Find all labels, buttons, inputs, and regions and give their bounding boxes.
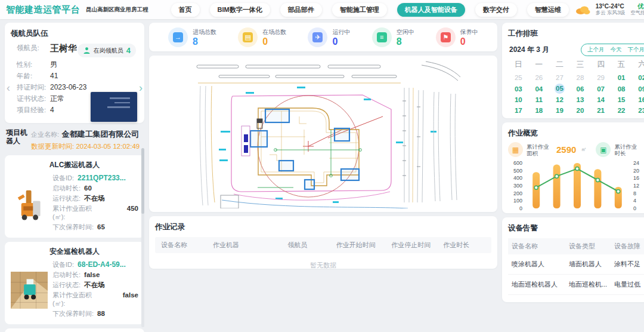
calendar-day-cell[interactable]: 14 bbox=[590, 94, 611, 104]
work-schedule-title: 工作排班 bbox=[508, 29, 644, 39]
nav-item-6[interactable]: 数字交付 bbox=[475, 3, 517, 17]
calendar-day-cell[interactable]: 13 bbox=[570, 94, 591, 104]
svg-text:8: 8 bbox=[633, 190, 636, 196]
company-info: 项目机器人 企业名称: 金都建工集团有限公司 数据更新时间: 2024-03-0… bbox=[5, 127, 144, 151]
prev-month-button[interactable]: 上个月 bbox=[587, 46, 605, 54]
data-update-time: 数据更新时间: 2024-03-05 12:02:49 bbox=[31, 142, 140, 151]
calendar-day-cell[interactable]: 21 bbox=[590, 104, 611, 115]
calendar-day-cell[interactable]: 26 bbox=[549, 115, 570, 118]
alarm-row: 喷涂机器人墙面机器人涂料不足20 bbox=[508, 254, 644, 275]
calendar-day-cell[interactable]: 08 bbox=[611, 82, 632, 94]
calendar-day-cell[interactable]: 30 bbox=[631, 115, 644, 118]
robot-field-label: 启动时长: bbox=[52, 270, 80, 279]
company-name-label: 企业名称: bbox=[31, 131, 59, 138]
stat-5: ⚑保养中0 bbox=[436, 27, 478, 47]
line-marker bbox=[534, 186, 538, 189]
robot-card[interactable]: 测量机器人 设备ID:2204MG465...启动时长:false运行状态:不在… bbox=[5, 328, 144, 332]
alarm-cell: 涂料不足 bbox=[611, 254, 644, 275]
calendar-day-cell[interactable]: 26 bbox=[529, 72, 550, 82]
calendar-day-cell[interactable]: 04 bbox=[529, 82, 550, 94]
calendar-day-cell[interactable]: 25 bbox=[529, 115, 550, 118]
calendar-day-cell[interactable]: 12 bbox=[549, 94, 570, 104]
calendar-day-cell[interactable]: 23 bbox=[631, 104, 644, 115]
calendar-day-cell[interactable]: 29 bbox=[611, 115, 632, 118]
aqi-level: 优 bbox=[630, 3, 644, 10]
stat-text: 进场总数8 bbox=[193, 28, 216, 46]
calendar-day-cell[interactable]: 18 bbox=[529, 104, 550, 115]
carousel-next-icon[interactable]: › bbox=[139, 82, 143, 93]
calendar-day-cell[interactable]: 17 bbox=[508, 104, 529, 115]
calendar-day: 02 bbox=[637, 73, 644, 82]
navigator-field: 性别:男 bbox=[17, 60, 138, 69]
nav-item-2[interactable]: BIM数字一体化 bbox=[210, 3, 270, 17]
calendar-day-cell[interactable]: 24 bbox=[508, 115, 529, 118]
robot-field: 下次保养时间:65 bbox=[52, 223, 138, 231]
calendar-day: 09 bbox=[637, 85, 644, 94]
robot-card[interactable]: ALC搬运机器人 设备ID:2211QPT233...启动时长:60运行状态:不… bbox=[5, 155, 144, 238]
records-column-header: 设备名称 bbox=[161, 241, 213, 250]
stat-1: →进场总数8 bbox=[168, 27, 216, 47]
calendar-day-cell[interactable]: 06 bbox=[570, 82, 591, 94]
alarm-column-header: 设备故障 bbox=[611, 238, 644, 254]
calendar-day-header: 三 bbox=[570, 59, 591, 72]
legend-item: ▦累计作业面积2590㎡ bbox=[508, 142, 586, 157]
calendar-day-cell[interactable]: 28 bbox=[590, 115, 611, 118]
robot-card[interactable]: 安全巡检机器人 设备ID:68-ED-A4-59...启动时长:false运行状… bbox=[5, 242, 144, 324]
calendar-day-cell[interactable]: 05 bbox=[549, 82, 570, 94]
calendar-day-cell[interactable]: 28 bbox=[570, 72, 591, 82]
calendar-day: 07 bbox=[596, 85, 606, 94]
nav-menu: 首页BIM数字一体化部品部件智能施工管理机器人及智能设备数字交付智慧运维 bbox=[171, 3, 569, 17]
weather-widget: 13°C-24°C 多云 东风3级 优 空气指数 2024/03/05 12:0… bbox=[575, 3, 644, 17]
calendar-day-cell[interactable]: 19 bbox=[549, 104, 570, 115]
app-root: 智能建造运管平台 昆山高新区商业用房工程 首页BIM数字一体化部品部件智能施工管… bbox=[0, 0, 644, 332]
calendar-day-header: 四 bbox=[590, 59, 611, 72]
records-column-header: 作业开始时间 bbox=[336, 241, 391, 250]
svg-text:12: 12 bbox=[633, 183, 639, 189]
nav-item-7[interactable]: 智慧运维 bbox=[527, 3, 569, 17]
records-column-header: 作业时长 bbox=[443, 241, 485, 250]
alarm-column-header: 设备类型 bbox=[565, 238, 611, 254]
robot-list-scrollbar[interactable] bbox=[141, 148, 144, 327]
calendar-day-cell[interactable]: 10 bbox=[508, 94, 529, 104]
enter-icon: → bbox=[173, 32, 183, 42]
calendar-day: 03 bbox=[513, 85, 524, 94]
calendar-day-cell[interactable]: 11 bbox=[529, 94, 550, 104]
calendar-day-cell[interactable]: 01 bbox=[611, 72, 632, 82]
robot-field-label: 累计作业面积(㎡): bbox=[52, 291, 104, 308]
nav-item-4[interactable]: 智能施工管理 bbox=[332, 3, 387, 17]
navigator-team-panel: 领航员队伍 领航员:王树华在岗领航员4性别:男年龄:41持证时间:2023-06… bbox=[5, 23, 144, 123]
robot-list: ALC搬运机器人 设备ID:2211QPT233...启动时长:60运行状态:不… bbox=[5, 155, 144, 332]
calendar-day-cell[interactable]: 16 bbox=[631, 94, 644, 104]
calendar-day-cell[interactable]: 29 bbox=[590, 72, 611, 82]
calendar-day: 23 bbox=[637, 106, 644, 115]
svg-text:16: 16 bbox=[633, 175, 639, 181]
stat-text: 空闲中8 bbox=[397, 28, 414, 46]
nav-item-3[interactable]: 部品部件 bbox=[280, 3, 322, 17]
person-icon bbox=[83, 47, 91, 54]
calendar-day-cell[interactable]: 25 bbox=[508, 72, 529, 82]
bar-1-16 bbox=[553, 165, 561, 208]
calendar-day-cell[interactable]: 03 bbox=[508, 82, 529, 94]
calendar-day: 13 bbox=[575, 96, 585, 104]
next-month-button[interactable]: 下个月 bbox=[628, 46, 644, 54]
calendar-day-cell[interactable]: 27 bbox=[570, 115, 591, 118]
nav-item-1[interactable]: 首页 bbox=[171, 3, 200, 17]
robot-field-value: 60 bbox=[84, 184, 92, 192]
robot-card-body: 设备ID:2211QPT233...启动时长:60运行状态:不在场累计作业面积(… bbox=[11, 174, 138, 233]
field-value: 2023-06-23 bbox=[50, 83, 86, 91]
calendar-day-cell[interactable]: 27 bbox=[549, 72, 570, 82]
stat-value: 0 bbox=[262, 37, 286, 46]
legend-label: 累计作业时长 bbox=[614, 143, 640, 156]
nav-item-5[interactable]: 机器人及智能设备 bbox=[397, 3, 465, 17]
calendar-day-cell[interactable]: 22 bbox=[611, 104, 632, 115]
today-button[interactable]: 今天 bbox=[611, 46, 622, 54]
field-value: 王树华 bbox=[50, 44, 77, 53]
calendar-day-cell[interactable]: 02 bbox=[631, 72, 644, 82]
center-column: →进场总数8▤在场总数0✈运行中0≡空闲中8⚑保养中0 bbox=[149, 23, 497, 269]
stat-value: 8 bbox=[397, 37, 414, 46]
carousel-prev-icon[interactable]: ‹ bbox=[7, 82, 10, 93]
calendar-day-cell[interactable]: 09 bbox=[631, 82, 644, 94]
calendar-day-cell[interactable]: 07 bbox=[590, 82, 611, 94]
calendar-day-cell[interactable]: 15 bbox=[611, 94, 632, 104]
calendar-day-cell[interactable]: 20 bbox=[570, 104, 591, 115]
